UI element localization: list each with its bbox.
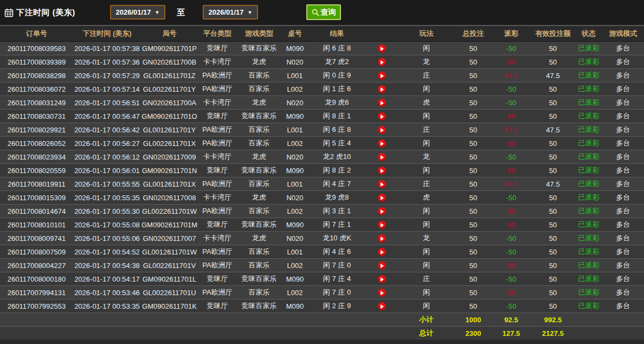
- payout-cell: 50: [492, 262, 531, 270]
- play-replay-icon[interactable]: [378, 180, 386, 188]
- play-type-cell: 虎: [398, 98, 455, 107]
- page-title: 下注时间 (美东): [16, 8, 75, 18]
- play-icon-cell[interactable]: [365, 152, 398, 161]
- play-type-cell: 龙: [398, 152, 455, 162]
- play-replay-icon[interactable]: [378, 262, 386, 270]
- platform-cell: PA欧洲厅: [198, 247, 237, 257]
- play-replay-icon[interactable]: [378, 289, 386, 297]
- mode-cell: 多台: [602, 206, 644, 216]
- play-icon-cell[interactable]: [365, 288, 398, 297]
- play-icon-cell[interactable]: [365, 125, 398, 134]
- round-cell: GN02026117009: [141, 153, 198, 161]
- time-cell: 2026-01-17 00:55:08: [73, 221, 141, 229]
- round-cell: GL0022611701W: [141, 207, 198, 215]
- play-icon-cell[interactable]: [365, 302, 398, 310]
- play-replay-icon[interactable]: [378, 153, 386, 161]
- play-replay-icon[interactable]: [378, 221, 386, 229]
- result-cell: 龙10 虎K: [308, 233, 365, 243]
- play-replay-icon[interactable]: [378, 234, 386, 243]
- play-replay-icon[interactable]: [378, 167, 386, 175]
- order-cell: 260117008039389: [0, 58, 73, 66]
- time-cell: 2026-01-17 00:56:12: [73, 153, 141, 161]
- play-replay-icon[interactable]: [378, 139, 386, 148]
- bet-time-title-wrap: 下注时间 (美东): [4, 0, 75, 25]
- round-cell: GN02026117008: [141, 194, 198, 202]
- play-replay-icon[interactable]: [378, 302, 386, 310]
- play-icon-cell[interactable]: [365, 85, 398, 93]
- mode-cell: 多台: [602, 152, 644, 162]
- valid-bet-cell: 50: [531, 44, 575, 53]
- play-replay-icon[interactable]: [378, 44, 386, 53]
- play-icon-cell[interactable]: [365, 139, 398, 148]
- game-type-cell: 龙虎: [237, 57, 281, 67]
- search-button[interactable]: 查询: [306, 4, 341, 20]
- status-cell: 已派彩: [575, 288, 602, 297]
- total-bet-cell: 50: [455, 221, 492, 229]
- play-icon-cell[interactable]: [365, 112, 398, 120]
- play-type-cell: 庄: [398, 179, 455, 189]
- status-cell: 已派彩: [575, 165, 602, 175]
- play-replay-icon[interactable]: [378, 248, 386, 256]
- platform-cell: 竞咪厅: [198, 111, 237, 121]
- play-replay-icon[interactable]: [378, 207, 386, 215]
- play-icon-cell[interactable]: [365, 180, 398, 188]
- play-type-cell: 闲: [398, 247, 455, 257]
- play-replay-icon[interactable]: [378, 194, 386, 202]
- total-bet-cell: 50: [455, 99, 492, 107]
- play-icon-cell[interactable]: [365, 234, 398, 243]
- result-cell: 闲 7 庄 0: [308, 260, 365, 270]
- horizontal-scrollbar[interactable]: [0, 339, 644, 344]
- play-icon-cell[interactable]: [365, 220, 398, 229]
- col-header-valid-bet: 有效投注额: [531, 29, 575, 39]
- total-row: 总计2300127.52127.5: [0, 327, 644, 340]
- payout-cell: 50: [492, 221, 531, 229]
- mode-cell: 多台: [602, 233, 644, 243]
- valid-bet-cell: 50: [531, 262, 575, 270]
- total-bet-cell: 50: [455, 207, 492, 215]
- play-icon-cell[interactable]: [365, 247, 398, 256]
- col-header-game-type: 游戏类型: [237, 29, 281, 39]
- play-replay-icon[interactable]: [378, 58, 386, 66]
- status-cell: 已派彩: [575, 71, 602, 80]
- chevron-down-icon: ▼: [155, 10, 160, 15]
- platform-cell: 卡卡湾厅: [198, 57, 237, 67]
- play-icon-cell[interactable]: [365, 193, 398, 202]
- order-cell: 260117008015309: [0, 194, 73, 202]
- result-cell: 龙2 虎10: [308, 152, 365, 162]
- mode-cell: 多台: [602, 260, 644, 270]
- play-icon-cell[interactable]: [365, 44, 398, 53]
- result-cell: 闲 8 庄 1: [308, 111, 365, 121]
- date-to-select[interactable]: 2026/01/17 ▼: [203, 5, 258, 20]
- total-bet-cell: 50: [455, 153, 492, 161]
- play-replay-icon[interactable]: [378, 112, 386, 120]
- game-type-cell: 百家乐: [237, 125, 281, 135]
- result-cell: 闲 7 庄 1: [308, 220, 365, 230]
- status-cell: 已派彩: [575, 43, 602, 53]
- result-cell: 闲 2 庄 9: [308, 301, 365, 311]
- game-type-cell: 百家乐: [237, 288, 281, 297]
- play-replay-icon[interactable]: [378, 275, 386, 283]
- table-row: 2601170080153092026-01-17 00:55:35GN0202…: [0, 191, 644, 205]
- play-icon-cell[interactable]: [365, 207, 398, 215]
- play-icon-cell[interactable]: [365, 58, 398, 66]
- mode-cell: 多台: [602, 220, 644, 230]
- total-bet-cell: 50: [455, 262, 492, 270]
- play-replay-icon[interactable]: [378, 99, 386, 107]
- play-replay-icon[interactable]: [378, 85, 386, 93]
- play-icon-cell[interactable]: [365, 71, 398, 80]
- play-icon-cell[interactable]: [365, 261, 398, 270]
- table-row: 2601170080299212026-01-17 00:56:42GL0012…: [0, 123, 644, 137]
- date-from-select[interactable]: 2026/01/17 ▼: [110, 5, 165, 20]
- valid-bet-cell: 50: [531, 248, 575, 256]
- table-row: 2601170080001802026-01-17 00:54:17GM0902…: [0, 272, 644, 286]
- status-cell: 已派彩: [575, 220, 602, 230]
- play-icon-cell[interactable]: [365, 98, 398, 107]
- play-replay-icon[interactable]: [378, 72, 386, 80]
- order-cell: 260117008036072: [0, 85, 73, 93]
- play-replay-icon[interactable]: [378, 126, 386, 134]
- table-no-cell: N020: [281, 234, 308, 243]
- result-cell: 龙9 虎6: [308, 98, 365, 107]
- play-icon-cell[interactable]: [365, 275, 398, 283]
- time-cell: 2026-01-17 00:56:27: [73, 139, 141, 148]
- play-icon-cell[interactable]: [365, 166, 398, 175]
